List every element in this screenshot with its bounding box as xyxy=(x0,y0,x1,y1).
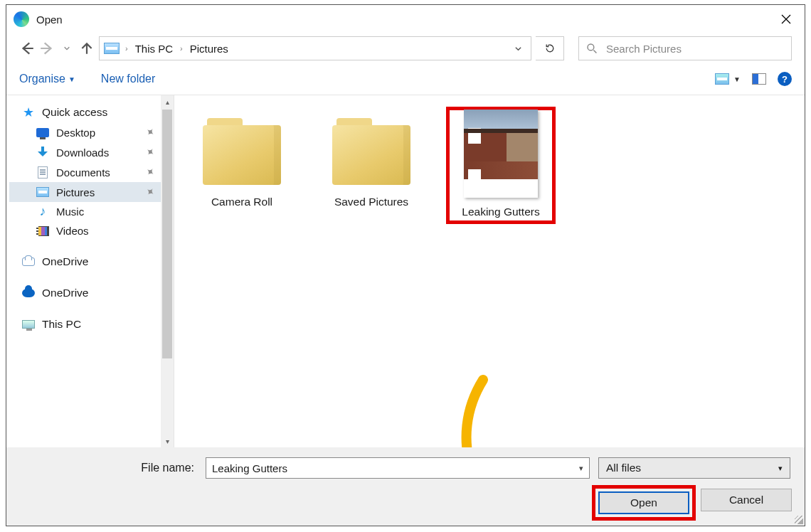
open-dialog: Open › This PC › Pictures xyxy=(6,4,805,526)
item-leaking-gutters[interactable]: Leaking Gutters xyxy=(447,108,554,223)
filter-label: All files xyxy=(606,462,641,474)
open-button-label: Open xyxy=(630,496,657,509)
sidebar-desktop[interactable]: Desktop ✦ xyxy=(9,122,161,142)
sidebar-label: Desktop xyxy=(56,127,95,139)
sidebar-label: Documents xyxy=(56,166,110,179)
view-menu[interactable]: ▼ xyxy=(715,73,741,85)
music-icon: ♪ xyxy=(36,206,49,218)
sidebar-label: OneDrive xyxy=(42,255,88,268)
sidebar-downloads[interactable]: Downloads ✦ xyxy=(9,142,161,162)
item-label: Leaking Gutters xyxy=(450,205,551,218)
chevron-right-icon: › xyxy=(122,44,131,53)
refresh-icon xyxy=(544,43,556,54)
sidebar-quick-access[interactable]: ★ Quick access xyxy=(9,102,161,122)
videos-icon xyxy=(36,226,49,236)
pin-icon: ✦ xyxy=(143,184,158,200)
items-view[interactable]: Camera Roll Saved Pictures Leaking Gutte… xyxy=(174,95,805,447)
breadcrumb-seg-thispc[interactable]: This PC xyxy=(134,43,174,55)
downloads-icon xyxy=(37,147,48,158)
this-pc-icon xyxy=(22,320,35,329)
location-icon xyxy=(104,43,120,54)
sidebar-onedrive-business[interactable]: OneDrive xyxy=(9,283,161,303)
sidebar-wrap: ★ Quick access Desktop ✦ Downloads ✦ xyxy=(6,95,174,447)
desktop-icon xyxy=(36,128,49,137)
footer: File name: Leaking Gutters ▾ All files ▾… xyxy=(6,447,805,526)
sidebar-music[interactable]: ♪ Music xyxy=(9,202,161,221)
sidebar-scrollbar[interactable]: ▴ ▾ xyxy=(161,95,174,447)
sidebar-label: Videos xyxy=(56,225,89,237)
file-type-filter[interactable]: All files ▾ xyxy=(598,457,790,479)
folder-icon xyxy=(203,118,281,185)
organise-label: Organise xyxy=(19,73,65,85)
onedrive-filled-icon xyxy=(22,289,35,297)
documents-icon xyxy=(38,166,48,179)
open-button[interactable]: Open xyxy=(598,491,689,514)
help-button[interactable]: ? xyxy=(778,72,792,86)
search-icon xyxy=(586,43,598,54)
help-icon: ? xyxy=(782,74,788,85)
sidebar-label: Music xyxy=(56,206,84,218)
new-folder-label: New folder xyxy=(101,73,155,85)
organise-menu[interactable]: Organise ▼ xyxy=(19,73,75,85)
open-button-highlight: Open xyxy=(595,489,692,517)
quick-access-icon: ★ xyxy=(22,107,35,118)
search-box[interactable]: Search Pictures xyxy=(578,36,792,60)
scroll-thumb[interactable] xyxy=(162,110,172,358)
toolbar: Organise ▼ New folder ▼ ? xyxy=(6,63,805,95)
folder-icon xyxy=(332,118,410,185)
close-icon xyxy=(781,14,791,24)
pin-icon: ✦ xyxy=(143,144,158,160)
pin-icon: ✦ xyxy=(143,124,158,140)
item-label: Camera Roll xyxy=(189,195,295,208)
window-title: Open xyxy=(36,14,63,26)
nav-up-button[interactable] xyxy=(79,41,95,56)
cancel-button-label: Cancel xyxy=(729,494,763,506)
caret-down-icon: ▼ xyxy=(68,75,75,83)
item-camera-roll[interactable]: Camera Roll xyxy=(189,108,295,208)
svg-point-0 xyxy=(588,44,594,50)
sidebar-label: OneDrive xyxy=(42,287,88,299)
view-icon xyxy=(715,73,729,85)
sidebar-label: Downloads xyxy=(56,147,109,159)
body-area: ★ Quick access Desktop ✦ Downloads ✦ xyxy=(6,95,805,447)
nav-forward-button[interactable] xyxy=(39,41,55,56)
sidebar-videos[interactable]: Videos xyxy=(9,221,161,240)
onedrive-outline-icon xyxy=(22,257,35,266)
caret-down-icon: ▼ xyxy=(733,75,741,83)
breadcrumb-seg-pictures[interactable]: Pictures xyxy=(189,43,230,55)
nav-back-button[interactable] xyxy=(19,41,35,56)
item-saved-pictures[interactable]: Saved Pictures xyxy=(318,108,425,208)
nav-history-dropdown[interactable] xyxy=(59,41,75,56)
new-folder-button[interactable]: New folder xyxy=(101,73,155,85)
refresh-button[interactable] xyxy=(536,36,564,60)
sidebar-documents[interactable]: Documents ✦ xyxy=(9,162,161,182)
file-name-value: Leaking Gutters xyxy=(212,462,287,474)
sidebar-onedrive-personal[interactable]: OneDrive xyxy=(9,252,161,272)
item-label: Saved Pictures xyxy=(318,195,425,208)
titlebar: Open xyxy=(6,5,805,33)
navigation-pane: ★ Quick access Desktop ✦ Downloads ✦ xyxy=(6,95,161,447)
sidebar-pictures[interactable]: Pictures ✦ xyxy=(9,182,161,202)
pictures-icon xyxy=(36,187,49,197)
image-thumbnail xyxy=(464,110,538,198)
sidebar-label: Pictures xyxy=(56,186,95,198)
breadcrumb-bar[interactable]: › This PC › Pictures xyxy=(99,36,531,60)
nav-row: › This PC › Pictures Search Pictures xyxy=(6,33,805,63)
chevron-right-icon: › xyxy=(177,44,186,53)
combo-dropdown-icon[interactable]: ▾ xyxy=(579,464,583,473)
resize-grip[interactable] xyxy=(795,516,803,524)
scroll-up-icon[interactable]: ▴ xyxy=(166,95,169,108)
scroll-down-icon[interactable]: ▾ xyxy=(166,435,169,447)
sidebar-this-pc[interactable]: This PC xyxy=(9,314,161,334)
combo-dropdown-icon[interactable]: ▾ xyxy=(778,464,783,473)
pin-icon: ✦ xyxy=(143,164,158,180)
preview-pane-toggle[interactable] xyxy=(752,73,766,85)
close-button[interactable] xyxy=(772,8,800,31)
breadcrumb-dropdown[interactable] xyxy=(510,43,526,55)
file-name-label: File name: xyxy=(19,462,197,474)
sidebar-label: This PC xyxy=(42,318,81,331)
file-name-input[interactable]: Leaking Gutters ▾ xyxy=(206,457,590,479)
edge-logo-icon xyxy=(14,11,29,27)
search-placeholder: Search Pictures xyxy=(606,43,682,55)
cancel-button[interactable]: Cancel xyxy=(701,489,792,511)
